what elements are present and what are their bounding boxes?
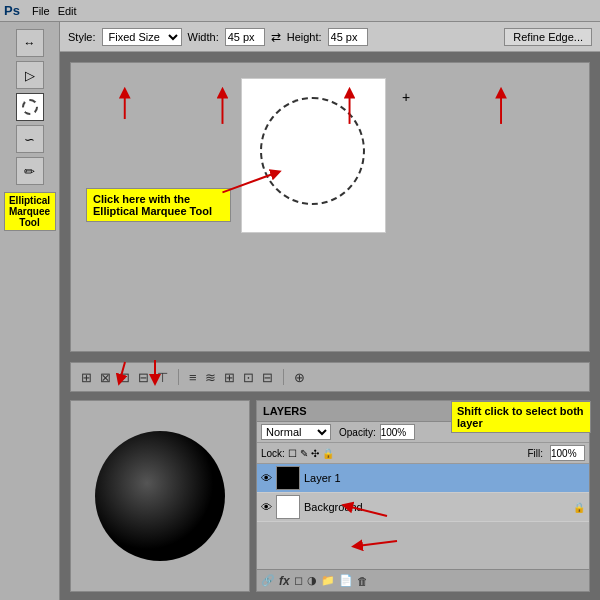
layers-title: LAYERS [263, 405, 307, 417]
lock-all-icon[interactable]: 🔒 [322, 448, 334, 459]
fill-input[interactable] [550, 445, 585, 461]
lock-transparent-icon[interactable]: ☐ [288, 448, 297, 459]
new-layer-icon[interactable]: 📄 [339, 574, 353, 587]
lasso-tool-btn[interactable]: ∽ [16, 125, 44, 153]
layers-bottom-bar: 🔗 fx ◻ ◑ 📁 📄 🗑 [257, 569, 589, 591]
refine-edge-button[interactable]: Refine Edge... [504, 28, 592, 46]
ps-logo: Ps [4, 3, 20, 18]
layer1-visibility-icon[interactable]: 👁 [261, 472, 272, 484]
layer1-thumbnail [276, 466, 300, 490]
style-label: Style: [68, 31, 96, 43]
elliptical-marquee-btn[interactable] [16, 93, 44, 121]
toolbar: ↔ ▷ ∽ ✏ Elliptical Marquee Tool [0, 22, 60, 600]
layer-row-background[interactable]: 👁 Background 🔒 [257, 493, 589, 522]
align-icon-1[interactable]: ⊞ [79, 370, 94, 385]
move-tool-btn[interactable]: ↔ [16, 29, 44, 57]
toolbar-divider-2 [283, 369, 284, 385]
height-input[interactable] [328, 28, 368, 46]
layers-annotation: Shift click to select both layer [451, 401, 591, 433]
brush-tool-btn[interactable]: ✏ [16, 157, 44, 185]
background-visibility-icon[interactable]: 👁 [261, 501, 272, 513]
elliptical-annotation: Click here with the Elliptical Marquee T… [86, 188, 231, 222]
align-icon-4[interactable]: ⊟ [136, 370, 151, 385]
canvas-panel: + Click here with the Elliptical Marquee… [70, 62, 590, 352]
lock-position-icon[interactable]: ✣ [311, 448, 319, 459]
swap-icon[interactable]: ⇄ [271, 30, 281, 44]
bottom-toolbar-strip: ⊞ ⊠ ⊡ ⊟ ⊤ ≡ ≋ ⊞ ⊡ ⊟ ⊕ [70, 362, 590, 392]
menu-file[interactable]: File [32, 5, 50, 17]
link-layers-icon[interactable]: 🔗 [261, 574, 275, 587]
background-lock-icon: 🔒 [573, 502, 585, 513]
align-icon-3[interactable]: ⊡ [117, 370, 132, 385]
delete-layer-icon[interactable]: 🗑 [357, 575, 368, 587]
menubar: Ps File Edit [0, 0, 600, 22]
adjustment-layer-icon[interactable]: ◑ [307, 574, 317, 587]
layer-row-layer1[interactable]: 👁 Layer 1 [257, 464, 589, 493]
distribute-icon-4[interactable]: ⊡ [241, 370, 256, 385]
background-layer-name: Background [304, 501, 569, 513]
distribute-icon-1[interactable]: ≡ [187, 370, 199, 385]
background-thumbnail [276, 495, 300, 519]
height-label: Height: [287, 31, 322, 43]
distribute-icon-3[interactable]: ⊞ [222, 370, 237, 385]
width-input[interactable] [225, 28, 265, 46]
opacity-input[interactable] [380, 424, 415, 440]
marquee-selection [260, 97, 365, 205]
opacity-label: Opacity: [339, 427, 376, 438]
width-label: Width: [188, 31, 219, 43]
layers-panel: LAYERS ≡ Shift click to select both laye… [256, 400, 590, 592]
layer1-name: Layer 1 [304, 472, 585, 484]
bottom-panels: LAYERS ≡ Shift click to select both laye… [70, 400, 590, 592]
main-area: + Click here with the Elliptical Marquee… [60, 52, 600, 600]
black-circle [95, 431, 225, 561]
menu-edit[interactable]: Edit [58, 5, 77, 17]
canvas-white: + [241, 78, 386, 233]
extra-icon[interactable]: ⊕ [292, 370, 307, 385]
options-bar: Style: Fixed Size Width: ⇄ Height: Refin… [60, 22, 600, 52]
lock-image-icon[interactable]: ✎ [300, 448, 308, 459]
select-tool-btn[interactable]: ▷ [16, 61, 44, 89]
fx-icon[interactable]: fx [279, 574, 290, 588]
toolbar-divider-1 [178, 369, 179, 385]
svg-line-6 [357, 541, 397, 546]
fill-label: Fill: [527, 448, 543, 459]
circle-canvas-panel [70, 400, 250, 592]
align-icon-5[interactable]: ⊤ [155, 370, 170, 385]
group-layers-icon[interactable]: 📁 [321, 574, 335, 587]
tool-label: Elliptical Marquee Tool [4, 192, 56, 231]
style-select[interactable]: Fixed Size [102, 28, 182, 46]
cursor-crosshair: + [402, 89, 410, 105]
blend-mode-select[interactable]: Normal [261, 424, 331, 440]
distribute-icon-5[interactable]: ⊟ [260, 370, 275, 385]
layers-lock-row: Lock: ☐ ✎ ✣ 🔒 Fill: [257, 443, 589, 464]
lock-label: Lock: [261, 448, 285, 459]
align-icon-2[interactable]: ⊠ [98, 370, 113, 385]
layer-mask-icon[interactable]: ◻ [294, 574, 303, 587]
distribute-icon-2[interactable]: ≋ [203, 370, 218, 385]
